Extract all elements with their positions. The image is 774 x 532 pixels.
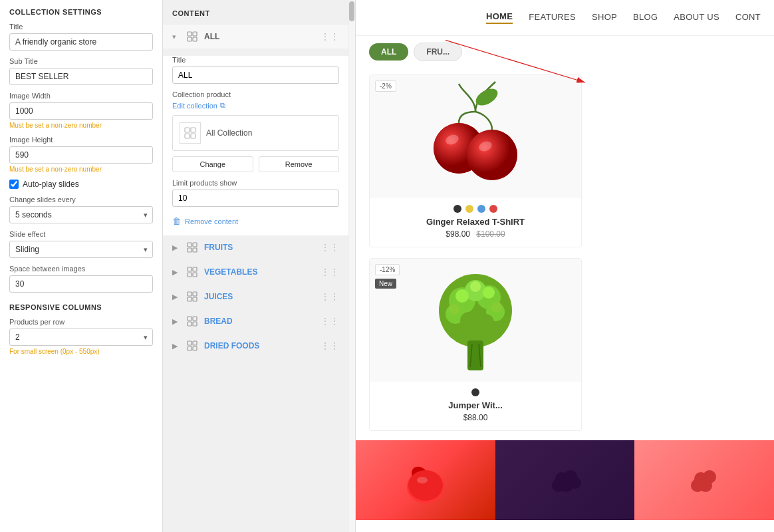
image-width-label: Image Width [9, 92, 153, 100]
collection-icon-dried-foods [186, 339, 199, 352]
svg-rect-0 [188, 32, 192, 36]
content-item-vegetables[interactable]: ▶ VEGETABLES ⋮⋮ [163, 260, 348, 285]
edit-collection-link[interactable]: Edit collection ⧉ [172, 101, 339, 110]
space-between-label: Space between images [9, 265, 153, 273]
all-item-expanded: Title Collection product Edit collection… [163, 56, 348, 235]
change-slides-wrapper: 5 seconds 3 seconds 10 seconds [9, 206, 153, 223]
remove-button[interactable]: Remove [259, 156, 340, 172]
middle-panel: CONTENT ▾ ALL ⋮⋮ Title Collection produc… [163, 0, 348, 532]
svg-point-43 [460, 312, 477, 329]
drag-handle-dried-foods[interactable]: ⋮⋮ [321, 340, 339, 351]
product-name-1: Ginger Relaxed T-ShIRT [370, 217, 581, 229]
space-between-input[interactable] [9, 275, 153, 293]
change-slides-select[interactable]: 5 seconds 3 seconds 10 seconds [9, 206, 153, 223]
nav-item-cont[interactable]: CONT [735, 12, 761, 23]
svg-point-49 [491, 302, 502, 313]
drag-handle-fruits[interactable]: ⋮⋮ [321, 242, 339, 253]
color-dot-red[interactable] [489, 205, 497, 213]
preview-panel: HOME FEATURES SHOP BLOG ABOUT US CONT AL… [356, 0, 774, 532]
content-item-vegetables-label: VEGETABLES [204, 267, 315, 277]
autoplay-checkbox[interactable] [9, 180, 19, 189]
middle-panel-wrapper: CONTENT ▾ ALL ⋮⋮ Title Collection produc… [163, 0, 356, 532]
drag-handle-all[interactable]: ⋮⋮ [321, 31, 339, 42]
drag-handle-juices[interactable]: ⋮⋮ [321, 291, 339, 302]
collection-icon-all [186, 30, 199, 43]
collection-preview-icon [180, 122, 201, 144]
expand-arrow-vegetables[interactable]: ▶ [172, 268, 180, 277]
svg-point-45 [455, 289, 469, 303]
expand-arrow-fruits[interactable]: ▶ [172, 243, 180, 252]
svg-rect-27 [193, 346, 197, 350]
svg-rect-24 [188, 341, 192, 345]
svg-rect-17 [193, 292, 197, 296]
product-card-2: -12% New [369, 258, 582, 431]
svg-rect-8 [188, 243, 192, 247]
change-remove-row: Change Remove [172, 156, 339, 172]
content-item-dried-foods-label: DRIED FOODS [204, 341, 315, 350]
product-colors-1 [370, 198, 581, 217]
product-badge-2: -12% [375, 264, 400, 275]
content-item-juices-label: JUICES [204, 292, 315, 301]
nav-item-blog[interactable]: BLOG [633, 12, 658, 23]
raspberry-svg [678, 454, 731, 507]
color-dot-blue[interactable] [477, 205, 485, 213]
svg-point-59 [552, 479, 565, 492]
nav-item-about[interactable]: ABOUT US [674, 12, 719, 23]
expand-arrow-dried-foods[interactable]: ▶ [172, 342, 180, 350]
collection-icon-vegetables [186, 265, 199, 279]
content-item-all[interactable]: ▾ ALL ⋮⋮ [163, 25, 348, 49]
broccoli-svg [429, 264, 522, 377]
product-grid: -2% [356, 68, 774, 438]
image-height-input[interactable] [9, 146, 153, 164]
color-dot-yellow[interactable] [465, 205, 473, 213]
responsive-title: RESPONSIVE COLUMNS [9, 303, 153, 311]
svg-point-34 [467, 130, 517, 180]
product-img-2 [370, 259, 581, 382]
svg-point-55 [417, 477, 428, 483]
middle-scrollbar[interactable] [348, 0, 355, 532]
expand-arrow-juices[interactable]: ▶ [172, 293, 180, 301]
drag-handle-bread[interactable]: ⋮⋮ [321, 316, 339, 327]
content-item-fruits[interactable]: ▶ FRUITS ⋮⋮ [163, 235, 348, 260]
nav-item-shop[interactable]: SHOP [592, 12, 617, 23]
title-input[interactable] [9, 33, 153, 51]
content-item-all-label: ALL [204, 32, 315, 41]
raspberry-bg [634, 440, 774, 520]
filter-fru-button[interactable]: FRU... [414, 43, 462, 61]
content-item-dried-foods[interactable]: ▶ DRIED FOODS ⋮⋮ [163, 334, 348, 358]
svg-rect-15 [193, 273, 197, 277]
nav-bar: HOME FEATURES SHOP BLOG ABOUT US CONT [356, 0, 774, 36]
color-dot-black-2[interactable] [471, 388, 479, 396]
cherry-svg [422, 78, 529, 195]
filter-area-wrapper: ALL FRU... [356, 36, 774, 68]
content-item-bread[interactable]: ▶ BREAD ⋮⋮ [163, 309, 348, 334]
svg-rect-25 [193, 341, 197, 345]
image-width-input[interactable] [9, 102, 153, 120]
svg-rect-10 [188, 248, 192, 252]
nav-item-home[interactable]: HOME [486, 11, 513, 24]
svg-point-60 [569, 477, 581, 489]
expand-arrow-all[interactable]: ▾ [172, 33, 180, 41]
drag-handle-vegetables[interactable]: ⋮⋮ [321, 267, 339, 277]
all-title-field-input[interactable] [172, 66, 339, 84]
filter-all-button[interactable]: ALL [369, 43, 408, 61]
collection-preview-name: All Collection [206, 128, 252, 138]
subtitle-input[interactable] [9, 68, 153, 85]
change-button[interactable]: Change [172, 156, 253, 172]
product-badge-1: -2% [375, 80, 396, 92]
expand-arrow-bread[interactable]: ▶ [172, 317, 180, 326]
slide-effect-select[interactable]: Sliding Fade [9, 241, 153, 258]
svg-point-64 [691, 479, 704, 492]
filter-bar: ALL FRU... [356, 36, 774, 68]
svg-rect-4 [185, 128, 190, 132]
product-name-2: Jumper Wit... [370, 400, 581, 413]
products-per-row-select[interactable]: 2 3 4 [9, 329, 153, 346]
subtitle-label: Sub Title [9, 57, 153, 65]
remove-content-button[interactable]: 🗑 Remove content [172, 213, 339, 229]
nav-item-features[interactable]: FEATURES [529, 12, 576, 23]
limit-input[interactable] [172, 190, 339, 207]
products-per-row-wrapper: 2 3 4 [9, 329, 153, 346]
color-dot-black[interactable] [453, 205, 461, 213]
content-item-juices[interactable]: ▶ JUICES ⋮⋮ [163, 285, 348, 309]
svg-rect-2 [188, 37, 192, 41]
